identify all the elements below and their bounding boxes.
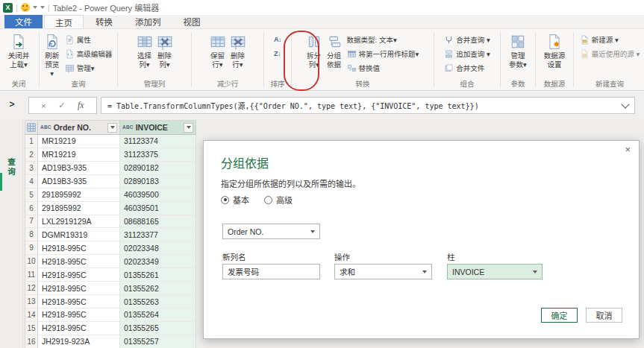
radio-advanced[interactable]: 高级: [264, 194, 293, 206]
quick-access-dropdown-icon[interactable]: [33, 6, 37, 9]
cell-order-no[interactable]: LXL2919129A: [38, 215, 120, 229]
cell-order-no[interactable]: JH2919-923A: [38, 335, 120, 348]
data-type-button[interactable]: 数据类型: 文本▾: [345, 33, 422, 46]
column-header-order-no[interactable]: ABC Order NO.: [38, 120, 120, 135]
cell-order-no[interactable]: H2918-995C: [38, 268, 120, 282]
cell-invoice[interactable]: 01355262: [120, 282, 196, 295]
cell-order-no[interactable]: H2918-995C: [38, 282, 120, 295]
cell-invoice[interactable]: 46039500: [120, 189, 196, 202]
cell-order-no[interactable]: DGMR19319: [38, 228, 120, 241]
cell-invoice[interactable]: 01355264: [120, 309, 196, 322]
cell-order-no[interactable]: AD19B3-935: [38, 162, 120, 175]
cell-order-no[interactable]: MR19219: [38, 148, 120, 162]
cell-order-no[interactable]: AD19B3-935: [38, 175, 120, 189]
select-all-cell[interactable]: [25, 120, 38, 135]
cell-invoice[interactable]: 31123374: [120, 135, 196, 148]
tab-file[interactable]: 文件: [4, 15, 43, 28]
cell-invoice[interactable]: 02890183: [120, 175, 196, 189]
cell-invoice[interactable]: 01355265: [120, 322, 196, 335]
cell-invoice[interactable]: 02023349: [120, 255, 196, 268]
data-source-settings-button[interactable]: 数据源 设置: [543, 31, 567, 70]
cell-order-no[interactable]: H2918-995C: [38, 255, 120, 268]
column-filter-dropdown-icon[interactable]: [107, 123, 117, 133]
row-number-cell[interactable]: 6: [25, 202, 38, 215]
advanced-editor-button[interactable]: 高级编辑器: [63, 47, 115, 60]
row-number-cell[interactable]: 5: [25, 189, 38, 202]
cell-order-no[interactable]: MR19219: [38, 135, 120, 148]
row-number-cell[interactable]: 11: [25, 268, 38, 282]
cell-invoice[interactable]: 31123377: [120, 228, 196, 241]
choose-columns-button[interactable]: 选择 列▾: [135, 31, 154, 70]
merge-queries-button[interactable]: 合并查询 ▾: [442, 33, 492, 46]
cell-invoice[interactable]: 02890182: [120, 162, 196, 175]
row-number-cell[interactable]: 16: [25, 335, 38, 348]
sort-descending-button[interactable]: Z↓: [272, 47, 284, 60]
close-and-load-button[interactable]: 关闭并 上载▾: [7, 31, 31, 70]
chevron-down-icon: [310, 230, 315, 233]
row-number-cell[interactable]: 14: [25, 309, 38, 322]
tab-transform[interactable]: 转换: [85, 15, 123, 28]
column-filter-dropdown-icon[interactable]: [184, 123, 193, 133]
accept-formula-icon[interactable]: ✓: [58, 101, 65, 110]
row-number-cell[interactable]: 12: [25, 282, 38, 295]
refresh-preview-button[interactable]: 刷新 预览▾: [43, 31, 62, 79]
recent-sources-button[interactable]: 最近使用的源 ▾: [578, 47, 642, 60]
formula-input[interactable]: = Table.TransformColumnTypes(源,{{"Order …: [101, 97, 635, 114]
new-column-name-input[interactable]: 发票号码: [222, 264, 320, 279]
ok-button[interactable]: 确定: [541, 308, 578, 323]
manage-parameters-button[interactable]: 管理 参数▾: [507, 31, 528, 70]
group-by-column-dropdown[interactable]: Order NO.: [222, 224, 320, 239]
remove-columns-button[interactable]: 删除 列▾: [155, 31, 175, 70]
tab-add-column[interactable]: 添加列: [125, 15, 172, 28]
remove-rows-button[interactable]: 删除 行▾: [228, 31, 248, 70]
queries-pane-collapsed[interactable]: 查询: [0, 119, 23, 348]
row-number-cell[interactable]: 9: [25, 241, 38, 255]
manage-button[interactable]: 管理▾: [63, 61, 115, 75]
row-number-cell[interactable]: 1: [25, 135, 38, 148]
row-number-cell[interactable]: 8: [25, 228, 38, 241]
properties-button[interactable]: 属性: [63, 33, 115, 46]
keep-rows-button[interactable]: 保留 行▾: [208, 31, 228, 70]
split-column-button[interactable]: 拆分 列▾: [304, 31, 324, 70]
append-queries-button[interactable]: 追加查询 ▾: [442, 47, 492, 60]
expand-queries-pane-button[interactable]: >: [5, 98, 19, 111]
new-source-button[interactable]: 新建源 ▾: [578, 33, 642, 46]
row-number-cell[interactable]: 7: [25, 215, 38, 229]
row-number-cell[interactable]: 4: [25, 175, 38, 189]
group-by-button[interactable]: 分组 依据: [325, 31, 344, 70]
cell-invoice[interactable]: 01355261: [120, 268, 196, 282]
cancel-formula-icon[interactable]: ×: [41, 101, 46, 110]
cell-invoice[interactable]: 01355257: [120, 335, 196, 348]
row-number-cell[interactable]: 10: [25, 255, 38, 268]
customize-toolbar-dropdown-icon[interactable]: [40, 6, 45, 9]
cell-order-no[interactable]: H2918-995C: [38, 295, 120, 309]
column-dropdown[interactable]: INVOICE: [447, 264, 543, 279]
cell-invoice[interactable]: 08688165: [120, 215, 196, 229]
cell-order-no[interactable]: H2918-995C: [38, 322, 120, 335]
cell-order-no[interactable]: H2918-995C: [38, 241, 120, 255]
row-number-cell[interactable]: 3: [25, 162, 38, 175]
sort-ascending-button[interactable]: A↓: [272, 33, 284, 46]
cell-invoice[interactable]: 02023348: [120, 241, 196, 255]
table-row: 1MR1921931123374: [25, 135, 196, 148]
cell-invoice[interactable]: 46039501: [120, 202, 196, 215]
radio-basic[interactable]: 基本: [221, 194, 249, 206]
cell-invoice[interactable]: 01355263: [120, 295, 196, 309]
combine-files-button[interactable]: 合并文件: [442, 61, 492, 75]
cell-invoice[interactable]: 31123375: [120, 148, 196, 162]
cell-order-no[interactable]: 291895992: [38, 189, 120, 202]
expand-formula-chevron-icon[interactable]: [621, 100, 629, 108]
tab-view[interactable]: 视图: [173, 15, 211, 28]
column-header-invoice[interactable]: ABC INVOICE: [120, 120, 196, 135]
replace-values-button[interactable]: 替换值: [345, 61, 422, 75]
cell-order-no[interactable]: 291895992: [38, 202, 120, 215]
row-number-cell[interactable]: 2: [25, 148, 38, 162]
cell-order-no[interactable]: H2918-995C: [38, 309, 120, 322]
row-number-cell[interactable]: 15: [25, 322, 38, 335]
cancel-button[interactable]: 取消: [586, 308, 622, 323]
operation-dropdown[interactable]: 求和: [334, 264, 432, 279]
close-icon[interactable]: ×: [625, 145, 631, 154]
row-number-cell[interactable]: 13: [25, 295, 38, 309]
first-row-headers-button[interactable]: 将第一行用作标题▾: [345, 47, 422, 60]
tab-home[interactable]: 主页: [44, 15, 84, 28]
